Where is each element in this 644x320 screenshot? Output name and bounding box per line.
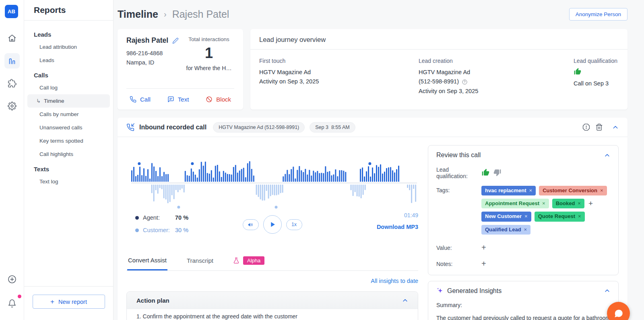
remove-tag-icon[interactable]: × <box>524 213 528 220</box>
tag-booked[interactable]: Booked× <box>552 199 584 208</box>
value-label: Value: <box>436 243 481 251</box>
home-icon[interactable] <box>4 31 20 46</box>
talk-stat-customer: Customer:30 % <box>135 227 188 233</box>
collapse-call-icon[interactable] <box>612 124 619 131</box>
tab-convert-assist[interactable]: Convert Assist <box>127 257 167 270</box>
sidebar-item-key-terms-spotted[interactable]: Key terms spotted <box>27 134 110 148</box>
thumbs-up-icon[interactable] <box>481 168 489 177</box>
sidebar-item-text-log[interactable]: Text log <box>27 175 110 188</box>
journey-line: (512-598-8991) <box>419 77 574 86</box>
breadcrumb-parent[interactable]: Timeline <box>118 8 158 20</box>
journey-line: Activity on Sep 3, 2025 <box>259 77 419 86</box>
sidebar-item-call-highlights[interactable]: Call highlights <box>27 148 110 161</box>
journey-column-label: Lead creation <box>419 58 574 64</box>
subnav-arrow-icon: ↳ <box>36 98 41 104</box>
new-report-button[interactable]: + New report <box>33 295 105 309</box>
sidebar-item-calls-by-number[interactable]: Calls by number <box>27 108 110 121</box>
tag-quote-request[interactable]: Quote Request× <box>535 212 585 221</box>
call-waveform[interactable] <box>131 156 417 209</box>
block-button[interactable]: Block <box>206 96 231 103</box>
sidebar-item-lead-attribution[interactable]: Lead attribution <box>27 40 110 54</box>
download-mp3-link[interactable]: Download MP3 <box>377 224 418 230</box>
remove-tag-icon[interactable]: × <box>529 187 533 194</box>
journey-title: Lead journey overview <box>250 29 627 50</box>
inbound-call-icon <box>126 123 134 131</box>
add-tag-button[interactable]: + <box>588 199 594 208</box>
chat-icon <box>167 96 174 103</box>
sparkles-icon <box>436 287 444 295</box>
journey-columns: First touchHGTV Magazine AdActivity on S… <box>250 50 627 104</box>
remove-tag-icon[interactable]: × <box>524 226 527 233</box>
talk-stats: Agent:70 %Customer:30 % <box>135 214 188 239</box>
insights-title: Generated Insights <box>447 287 502 295</box>
play-button[interactable] <box>263 215 282 234</box>
reports-icon[interactable] <box>4 53 20 69</box>
remove-tag-icon[interactable]: × <box>542 200 545 207</box>
help-icon[interactable] <box>462 79 468 85</box>
lead-name: Rajesh Patel <box>126 36 168 45</box>
action-plan-title: Action plan <box>136 297 169 304</box>
remove-tag-icon[interactable]: × <box>578 213 581 220</box>
all-insights-link[interactable]: All insights to date <box>371 278 418 284</box>
anonymize-person-button[interactable]: Anonymize Person <box>569 8 627 21</box>
qualification-label: Lead qualification: <box>436 165 481 179</box>
add-note-button[interactable]: + <box>481 260 486 268</box>
journey-column-lead-creation: Lead creationHGTV Magazine Ad(512-598-89… <box>419 58 574 96</box>
reports-sidebar: Reports LeadsLead attributionLeadsCallsC… <box>24 0 114 320</box>
playback-speed-button[interactable]: 1x <box>286 219 302 230</box>
call-duration: 01:49 <box>377 212 418 218</box>
thumbs-down-icon[interactable] <box>493 168 502 177</box>
settings-icon[interactable] <box>4 98 20 114</box>
sidebar-item-call-log[interactable]: Call log <box>27 81 110 94</box>
collapse-review-icon[interactable] <box>604 152 610 158</box>
sidebar-item-timeline[interactable]: ↳Timeline <box>27 94 110 108</box>
notifications-icon[interactable] <box>4 296 20 311</box>
call-label: Call <box>140 96 151 103</box>
text-button[interactable]: Text <box>167 96 189 103</box>
tag-customer-conversion[interactable]: Customer Conversion× <box>539 186 607 195</box>
total-interactions-label: Total interactions <box>184 36 234 42</box>
lead-card: Rajesh Patel 986-216-4868 Nampa, ID Tota… <box>118 29 243 110</box>
action-plan-panel: Action plan 1. Confirm the appointment a… <box>126 291 418 320</box>
collapse-action-plan-icon[interactable] <box>402 297 408 303</box>
tag-hvac-replacment[interactable]: hvac replacment× <box>481 186 536 195</box>
volume-button[interactable] <box>243 219 259 230</box>
journey-column-label: First touch <box>259 58 419 64</box>
flask-icon <box>233 257 240 264</box>
plus-icon: + <box>50 298 54 306</box>
action-plan-item: 1. Confirm the appointment at the agreed… <box>127 309 418 320</box>
journey-column-first-touch: First touchHGTV Magazine AdActivity on S… <box>259 58 419 96</box>
lead-journey-card: Lead journey overview First touchHGTV Ma… <box>250 29 627 110</box>
block-label: Block <box>216 96 231 103</box>
tag-new-customer[interactable]: New Customer× <box>481 212 531 221</box>
remove-tag-icon[interactable]: × <box>578 200 581 207</box>
journey-line: HGTV Magazine Ad <box>419 68 574 77</box>
avatar[interactable]: AB <box>5 5 18 18</box>
delete-icon[interactable] <box>595 123 603 131</box>
review-call-panel: Review this call Lead qualification: Tag… <box>428 145 619 275</box>
breadcrumb-current: Rajesh Patel <box>172 8 229 20</box>
sidebar-item-unanswered-calls[interactable]: Unanswered calls <box>27 121 110 134</box>
tab-transcript[interactable]: Transcript <box>186 257 214 270</box>
edit-icon[interactable] <box>172 37 179 44</box>
app-rail: AB <box>0 0 24 320</box>
remove-tag-icon[interactable]: × <box>600 187 603 194</box>
add-value-button[interactable]: + <box>481 243 486 251</box>
summary-label: Summary: <box>436 302 610 308</box>
call-button[interactable]: Call <box>130 96 151 103</box>
tag-qualified-lead[interactable]: Qualified Lead× <box>481 225 530 235</box>
tag-appointment-request[interactable]: Appointment Request× <box>481 199 549 208</box>
total-interactions-value: 1 <box>184 45 234 62</box>
text-label: Text <box>178 96 189 103</box>
sidebar-item-leads[interactable]: Leads <box>27 54 110 67</box>
add-icon[interactable] <box>4 272 20 287</box>
collapse-insights-icon[interactable] <box>604 288 610 294</box>
call-source-pill[interactable]: HGTV Magazine Ad (512-598-8991) <box>213 122 305 133</box>
qualified-thumb-up-icon <box>574 68 619 77</box>
integrations-icon[interactable] <box>4 76 20 91</box>
nav-section-texts: Texts <box>24 161 113 175</box>
new-report-label: New report <box>58 299 87 305</box>
tags-list: hvac replacment×Customer Conversion×Appo… <box>481 186 610 235</box>
call-title: Inbound recorded call <box>139 124 206 131</box>
report-issue-icon[interactable] <box>582 123 590 131</box>
